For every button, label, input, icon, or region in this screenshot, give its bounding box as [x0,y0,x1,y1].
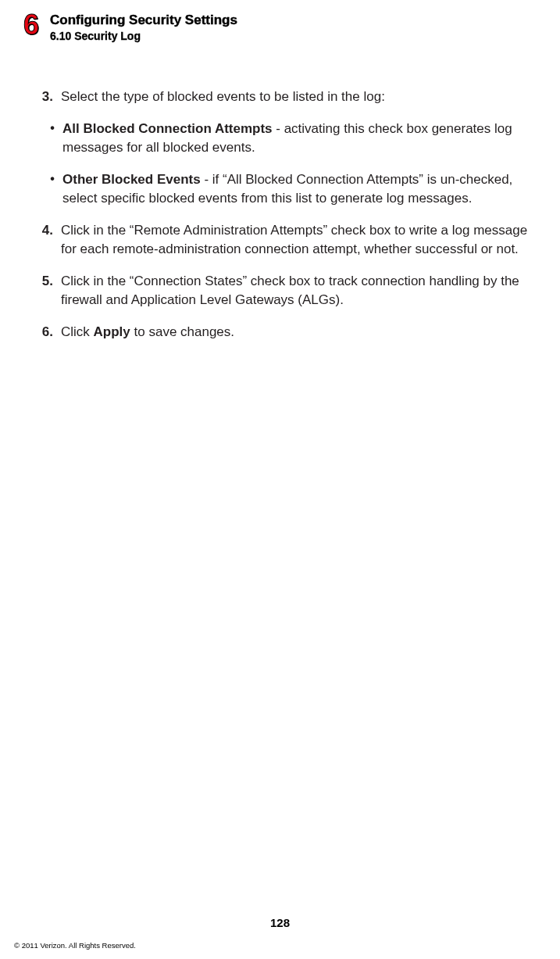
header-titles: Configuring Security Settings 6.10 Secur… [50,11,237,42]
page-header: 6 Configuring Security Settings 6.10 Sec… [0,0,560,42]
chapter-number: 6 [23,11,39,39]
copyright: © 2011 Verizon. All Rights Reserved. [14,941,136,950]
bullet-text: All Blocked Connection Attempts - activa… [62,120,537,156]
bullet-bold: Other Blocked Events [62,172,201,187]
step-3: 3. Select the type of blocked events to … [39,88,537,106]
step-post: to save changes. [130,324,234,339]
step-text: Click in the “Connection States” check b… [61,272,537,309]
step-5: 5. Click in the “Connection States” chec… [39,272,537,309]
section-title: 6.10 Security Log [50,30,237,42]
step-number: 5. [39,272,61,309]
bullet-all-blocked: • All Blocked Connection Attempts - acti… [39,120,537,156]
content-body: 3. Select the type of blocked events to … [0,42,560,342]
step-text: Select the type of blocked events to be … [61,88,537,106]
step-text: Click in the “Remote Administration Atte… [61,221,537,258]
step-number: 3. [39,88,61,106]
page-number: 128 [0,916,560,929]
bullet-other-blocked: • Other Blocked Events - if “All Blocked… [39,170,537,207]
step-4: 4. Click in the “Remote Administration A… [39,221,537,258]
step-6: 6. Click Apply to save changes. [39,323,537,341]
step-number: 4. [39,221,61,258]
chapter-title: Configuring Security Settings [50,13,237,28]
step-number: 6. [39,323,61,341]
step-text: Click Apply to save changes. [61,323,537,341]
bullet-dot: • [47,170,62,207]
step-bold: Apply [94,324,130,339]
bullet-bold: All Blocked Connection Attempts [62,121,273,136]
bullet-text: Other Blocked Events - if “All Blocked C… [62,170,537,207]
bullet-dot: • [47,120,62,156]
step-pre: Click [61,324,94,339]
